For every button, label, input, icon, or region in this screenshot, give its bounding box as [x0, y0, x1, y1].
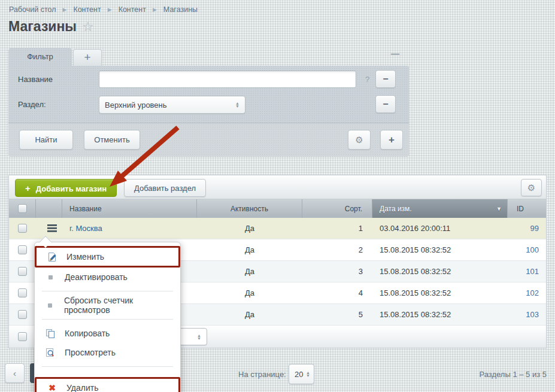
cancel-button[interactable]: Отменить: [84, 130, 140, 150]
pagination-summary: Разделы 1 – 5 из 5: [479, 370, 547, 379]
add-section-button[interactable]: Добавить раздел: [124, 179, 206, 197]
column-header-name[interactable]: Название: [62, 199, 197, 218]
cell-id: 100: [508, 239, 546, 260]
name-field-label: Название: [18, 75, 53, 84]
spinner-icon: ▲▼: [306, 371, 314, 377]
sort-desc-icon: ▼: [496, 206, 502, 212]
cell-sort: 2: [302, 239, 372, 260]
column-header-sort[interactable]: Сорт.: [302, 199, 372, 218]
row-checkbox[interactable]: [18, 267, 27, 276]
breadcrumb: Рабочий стол ▶ Контент ▶ Контент ▶ Магаз…: [9, 5, 198, 14]
spinner-icon: ▲▼: [197, 334, 207, 340]
add-shop-button[interactable]: +Добавить магазин: [15, 179, 117, 197]
column-header-active[interactable]: Активность: [197, 199, 302, 218]
bullet-icon: [48, 303, 52, 308]
cell-active: Да: [197, 304, 302, 325]
gear-icon: ⚙: [527, 183, 535, 193]
menu-separator: [42, 291, 173, 291]
column-header-modified[interactable]: Дата изм.▼: [372, 199, 508, 218]
grid-settings-button[interactable]: ⚙: [521, 179, 542, 196]
breadcrumb-item-content1[interactable]: Контент: [73, 5, 101, 14]
table-row[interactable]: г. Москва Да 1 03.04.2016 20:00:11 99: [9, 218, 546, 239]
row-checkbox[interactable]: [18, 224, 27, 233]
delete-icon: ✖: [48, 383, 56, 392]
breadcrumb-item-shops[interactable]: Магазины: [163, 5, 198, 14]
breadcrumb-arrow-icon: ▶: [108, 7, 112, 13]
menu-item-reset-counter[interactable]: Сбросить счетчик просмотров: [35, 296, 180, 315]
gear-icon: ⚙: [355, 135, 363, 145]
cell-sort: 3: [302, 261, 372, 282]
select-all-checkbox[interactable]: [18, 204, 27, 213]
annotation-highlight: Изменить: [35, 246, 180, 268]
cell-id: 103: [508, 304, 546, 325]
cell-modified: 15.08.2015 08:32:52: [372, 304, 508, 325]
edit-icon: [47, 252, 57, 262]
cell-id: 102: [508, 282, 546, 303]
cell-sort: 5: [302, 304, 372, 325]
cell-modified: 15.08.2015 08:32:52: [372, 261, 508, 282]
breadcrumb-arrow-icon: ▶: [62, 7, 66, 13]
cell-id: 99: [508, 218, 546, 239]
remove-section-filter-button[interactable]: −: [375, 95, 396, 113]
cell-active: Да: [197, 261, 302, 282]
section-field-label: Раздел:: [18, 100, 46, 109]
menu-item-view[interactable]: Просмотреть: [35, 343, 180, 362]
breadcrumb-item-desktop[interactable]: Рабочий стол: [9, 5, 56, 14]
per-page-select[interactable]: 20 ▲▼: [289, 364, 314, 384]
pagination-prev-button[interactable]: ‹: [5, 363, 25, 383]
spinner-icon: ▲▼: [235, 102, 245, 108]
column-header-id[interactable]: ID: [508, 199, 546, 218]
row-checkbox[interactable]: [18, 245, 27, 254]
find-button[interactable]: Найти: [19, 130, 73, 150]
view-icon: [45, 348, 56, 358]
cell-sort: 1: [302, 218, 372, 239]
filter-panel: Фильтр + — Название ? − Раздел: Верхний …: [8, 48, 409, 157]
menu-separator: [42, 319, 173, 320]
menu-item-copy[interactable]: Копировать: [35, 324, 180, 343]
remove-name-filter-button[interactable]: −: [375, 70, 396, 88]
row-context-menu: Изменить Деактивировать Сбросить счетчик…: [34, 242, 181, 392]
grid-header: Название Активность Сорт. Дата изм.▼ ID: [9, 199, 546, 218]
menu-item-edit[interactable]: Изменить: [37, 248, 178, 266]
menu-item-deactivate[interactable]: Деактивировать: [35, 268, 180, 287]
row-checkbox[interactable]: [18, 310, 27, 319]
filter-settings-button[interactable]: ⚙: [348, 130, 371, 150]
footer-select-all-checkbox[interactable]: [18, 332, 27, 341]
cell-active: Да: [197, 239, 302, 260]
filter-collapse-button[interactable]: —: [391, 49, 399, 59]
plus-icon: +: [25, 183, 31, 193]
menu-separator: [42, 366, 173, 367]
cell-modified: 15.08.2015 08:32:52: [372, 282, 508, 303]
bullet-icon: [48, 275, 53, 279]
grid-toolbar: +Добавить магазин Добавить раздел ⚙: [8, 175, 547, 199]
cell-sort: 4: [302, 282, 372, 303]
page-title: Магазины ☆: [8, 18, 94, 35]
copy-icon: [45, 329, 56, 338]
cell-active: Да: [197, 282, 302, 303]
section-select[interactable]: Верхний уровень ▲▼: [99, 96, 245, 114]
add-filter-tab-button[interactable]: +: [73, 49, 102, 66]
shops-admin-page: { "breadcrumb": { "items": ["Рабочий сто…: [0, 0, 555, 392]
filter-add-field-button[interactable]: +: [380, 130, 403, 150]
favorite-star-icon[interactable]: ☆: [82, 19, 94, 35]
hint-icon[interactable]: ?: [365, 75, 369, 84]
row-menu-icon[interactable]: [47, 224, 57, 232]
menu-item-delete[interactable]: ✖ Удалить: [37, 379, 178, 392]
cell-modified: 03.04.2016 20:00:11: [372, 218, 508, 239]
annotation-highlight: ✖ Удалить: [35, 377, 180, 392]
cell-active: Да: [197, 218, 302, 239]
name-filter-input[interactable]: [99, 71, 356, 88]
shop-name-link[interactable]: г. Москва: [69, 224, 102, 233]
cell-id: 101: [508, 261, 546, 282]
breadcrumb-arrow-icon: ▶: [153, 7, 157, 13]
breadcrumb-item-content2[interactable]: Контент: [119, 5, 146, 14]
tab-filter[interactable]: Фильтр: [8, 48, 72, 66]
row-checkbox[interactable]: [18, 288, 27, 297]
per-page-label: На странице:: [238, 370, 286, 379]
cell-modified: 15.08.2015 08:32:52: [372, 239, 508, 260]
